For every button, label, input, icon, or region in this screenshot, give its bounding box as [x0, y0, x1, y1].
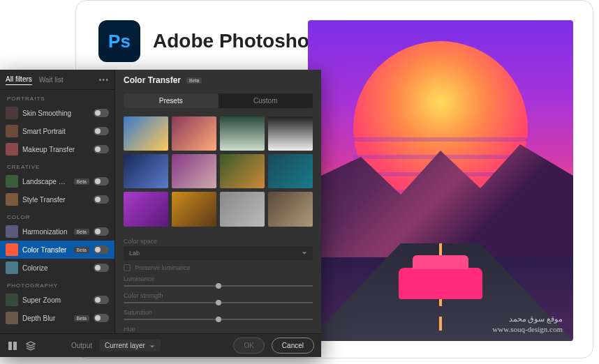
- artwork-preview: موقع سوق محمد www.souq-design.com: [308, 20, 573, 341]
- filter-badge: Beta: [74, 247, 89, 253]
- preset-custom-segment: Presets Custom: [124, 93, 313, 108]
- preset-thumb[interactable]: [124, 154, 168, 188]
- filter-toggle[interactable]: [94, 245, 109, 254]
- preset-thumb[interactable]: [268, 154, 313, 188]
- preset-thumb[interactable]: [124, 192, 168, 226]
- filter-name: Landscape Mixer: [22, 178, 70, 185]
- filter-badge: Beta: [74, 229, 89, 235]
- filter-name: Makeup Transfer: [22, 146, 89, 153]
- slider-thumb[interactable]: [216, 317, 221, 322]
- filter-item[interactable]: Super Zoom: [0, 291, 114, 309]
- slider[interactable]: [124, 319, 313, 320]
- preset-thumb[interactable]: [172, 154, 216, 188]
- filter-toggle[interactable]: [94, 296, 109, 304]
- filter-thumb: [6, 125, 18, 137]
- category-header: COLOR: [0, 208, 114, 222]
- filter-badge: Beta: [74, 315, 89, 321]
- svg-rect-0: [8, 342, 12, 350]
- filter-toggle[interactable]: [94, 145, 109, 153]
- artwork-car: [399, 268, 482, 299]
- tab-wait-list[interactable]: Wait list: [39, 75, 64, 85]
- color-space-select[interactable]: Lab: [124, 246, 313, 260]
- watermark: موقع سوق محمد www.souq-design.com: [492, 314, 563, 334]
- preserve-luminance-checkbox[interactable]: [124, 264, 131, 271]
- filter-thumb: [6, 261, 18, 274]
- filter-thumb: [6, 175, 18, 188]
- neural-filters-panel: All filters Wait list ••• PORTRAITSSkin …: [0, 70, 321, 357]
- filter-toggle[interactable]: [94, 127, 109, 135]
- sidebar-tabs: All filters Wait list •••: [0, 70, 114, 90]
- layout-icon[interactable]: [7, 340, 18, 351]
- category-header: PORTRAITS: [0, 90, 114, 104]
- filter-item[interactable]: Colorize: [0, 259, 114, 277]
- filter-thumb: [6, 225, 18, 238]
- filter-thumb: [6, 312, 18, 324]
- filter-thumb: [6, 294, 18, 306]
- category-header: PHOTOGRAPHY: [0, 277, 114, 291]
- preserve-luminance-row[interactable]: Preserve luminance: [124, 264, 313, 271]
- preset-thumb[interactable]: [220, 154, 265, 188]
- slider[interactable]: [124, 302, 313, 303]
- filter-item[interactable]: Skin Smoothing: [0, 104, 114, 122]
- slider-label: Luminance: [124, 275, 313, 282]
- photoshop-icon: Ps: [98, 20, 140, 62]
- filter-toggle[interactable]: [94, 109, 109, 117]
- preset-thumb[interactable]: [268, 116, 313, 151]
- output-select[interactable]: Current layer: [99, 340, 161, 351]
- tab-more-icon[interactable]: •••: [98, 75, 109, 84]
- filter-item[interactable]: HarmonizationBeta: [0, 222, 114, 241]
- preset-thumb[interactable]: [220, 192, 265, 226]
- seg-presets[interactable]: Presets: [124, 93, 219, 108]
- preset-thumb[interactable]: [124, 116, 168, 151]
- preset-thumb[interactable]: [268, 192, 313, 226]
- editor-title: Color Transfer: [124, 75, 181, 85]
- slider-label: Hue: [124, 326, 313, 333]
- filter-thumb: [6, 193, 18, 206]
- panel-footer: Output Current layer OK Cancel: [0, 333, 321, 357]
- filter-name: Style Transfer: [22, 196, 89, 204]
- filter-item[interactable]: Makeup Transfer: [0, 140, 114, 158]
- output-label: Output: [71, 342, 92, 349]
- filter-toggle[interactable]: [94, 264, 109, 272]
- layers-icon[interactable]: [25, 340, 36, 351]
- filter-name: Colorize: [22, 264, 89, 272]
- slider-thumb[interactable]: [216, 300, 221, 305]
- app-title: Adobe Photoshop: [153, 30, 321, 52]
- tab-all-filters[interactable]: All filters: [6, 74, 32, 85]
- svg-rect-1: [13, 342, 17, 350]
- filter-name: Skin Smoothing: [22, 109, 89, 117]
- category-header: RESTORATION: [0, 327, 114, 333]
- filter-name: Super Zoom: [22, 296, 89, 304]
- slider-thumb[interactable]: [216, 283, 221, 289]
- filter-thumb: [6, 143, 18, 156]
- filter-item[interactable]: Landscape MixerBeta: [0, 172, 114, 190]
- slider[interactable]: [124, 285, 313, 287]
- preset-thumb[interactable]: [220, 116, 265, 151]
- filter-toggle[interactable]: [94, 227, 109, 236]
- filter-item[interactable]: Depth BlurBeta: [0, 309, 114, 327]
- filter-toggle[interactable]: [94, 314, 109, 322]
- filter-item[interactable]: Smart Portrait: [0, 122, 114, 140]
- preset-thumb[interactable]: [172, 192, 216, 226]
- filter-name: Color Transfer: [22, 246, 70, 254]
- preset-grid: [115, 111, 321, 232]
- filter-badge: Beta: [74, 179, 89, 185]
- filter-item[interactable]: Color TransferBeta: [0, 241, 114, 259]
- editor-title-badge: Beta: [186, 77, 202, 84]
- slider-label: Color strength: [124, 292, 313, 299]
- category-header: CREATIVE: [0, 158, 114, 172]
- params: Color space Lab Preserve luminance Lumin…: [115, 232, 321, 333]
- preset-thumb[interactable]: [172, 116, 216, 151]
- filter-toggle[interactable]: [94, 177, 109, 185]
- cancel-button[interactable]: Cancel: [272, 338, 314, 354]
- filter-name: Depth Blur: [22, 314, 70, 322]
- chevron-down-icon: [149, 343, 155, 349]
- filter-item[interactable]: Style Transfer: [0, 190, 114, 208]
- filter-toggle[interactable]: [94, 195, 109, 204]
- color-space-label: Color space: [124, 238, 313, 245]
- seg-custom[interactable]: Custom: [219, 93, 313, 108]
- ok-button[interactable]: OK: [233, 338, 264, 354]
- chevron-down-icon: [302, 250, 307, 256]
- filter-name: Smart Portrait: [22, 128, 89, 135]
- slider-label: Saturation: [124, 309, 313, 316]
